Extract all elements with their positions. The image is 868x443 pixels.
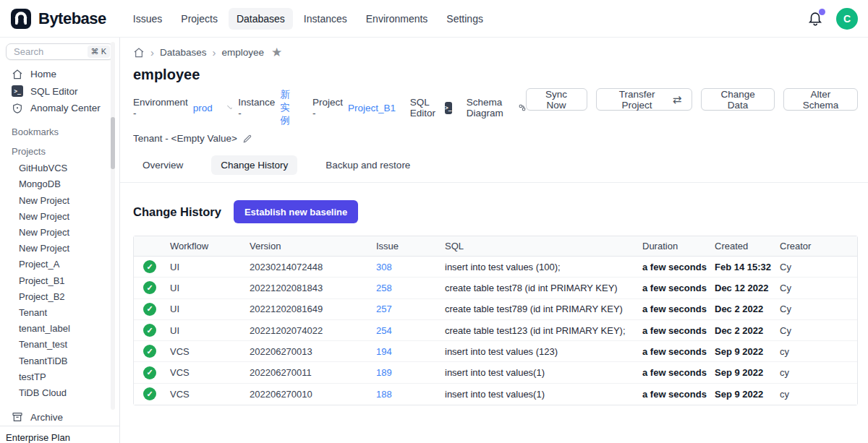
edit-pencil-icon[interactable] — [242, 134, 252, 144]
tab[interactable]: Backup and restore — [316, 155, 420, 175]
issue-link[interactable]: 258 — [376, 283, 445, 293]
shield-icon — [12, 103, 23, 114]
nav-item[interactable]: Databases — [229, 8, 293, 30]
transfer-project-button[interactable]: Transfer Project ⇄ — [596, 88, 693, 111]
brand[interactable]: Bytebase — [10, 8, 106, 30]
sidebar: ⌘ K Home >_ SQL Editor Anomaly Center Bo… — [0, 38, 120, 443]
cell-workflow: UI — [170, 262, 250, 272]
transfer-arrows-icon: ⇄ — [673, 94, 682, 105]
meta-line-1: Environment - prod Instance - 新实例 Projec… — [133, 88, 526, 127]
sql-editor-icon[interactable]: >_ — [445, 102, 453, 114]
table-row[interactable]: ✓ VCS 202206270010 188 insert into test … — [134, 384, 857, 405]
sync-now-button[interactable]: Sync Now — [526, 88, 587, 111]
favorite-star-icon[interactable]: ★ — [271, 46, 282, 59]
breadcrumb: › Databases › employee ★ — [133, 38, 858, 59]
tenant-label: Tenant - <Empty Value> — [133, 133, 237, 144]
nav-item[interactable]: Settings — [438, 8, 491, 30]
sidebar-project-item[interactable]: TiDB Cloud — [0, 384, 119, 400]
sidebar-scrollbar-thumb[interactable] — [111, 117, 115, 169]
sidebar-project-item[interactable]: New Project — [0, 192, 119, 208]
search-box[interactable]: ⌘ K — [6, 43, 114, 60]
breadcrumb-databases[interactable]: Databases — [160, 47, 207, 58]
issue-link[interactable]: 308 — [376, 262, 445, 272]
breadcrumb-home-icon[interactable] — [133, 47, 145, 59]
sidebar-item-label: SQL Editor — [30, 86, 78, 97]
cell-created: Dec 2 2022 — [715, 325, 780, 336]
environment-link[interactable]: prod — [193, 103, 213, 113]
success-check-icon: ✓ — [143, 260, 156, 273]
sidebar-project-item[interactable]: MongoDB — [0, 176, 119, 192]
nav-item-label: Settings — [446, 13, 483, 25]
sidebar-item-archive[interactable]: Archive — [0, 409, 119, 426]
sidebar-project-item[interactable]: testTP — [0, 369, 119, 384]
sidebar-item-label: Anomaly Center — [30, 103, 101, 113]
table-row[interactable]: ✓ UI 20230214072448 308 insert into test… — [134, 257, 857, 278]
cell-creator: cy — [780, 346, 857, 357]
projects-list: GitHubVCS MongoDB New Project New Projec… — [0, 160, 119, 401]
issue-link[interactable]: 257 — [376, 304, 445, 314]
nav-item[interactable]: Environments — [358, 8, 436, 30]
search-input[interactable] — [12, 46, 88, 58]
cell-created: Sep 9 2022 — [715, 389, 780, 400]
nav-item[interactable]: Projects — [173, 8, 226, 30]
issue-link[interactable]: 254 — [376, 325, 445, 336]
table-row[interactable]: ✓ UI 20221202081843 258 create table tes… — [134, 278, 857, 298]
avatar[interactable]: C — [836, 8, 858, 30]
nav-item-label: Issues — [133, 13, 162, 25]
success-check-icon: ✓ — [143, 281, 156, 294]
tab[interactable]: Change History — [211, 155, 297, 175]
meta-column: Environment - prod Instance - 新实例 Projec… — [133, 88, 526, 144]
sidebar-project-item[interactable]: Tenant — [0, 304, 119, 320]
sidebar-project-item[interactable]: New Project — [0, 224, 119, 240]
nav-item[interactable]: Issues — [125, 8, 170, 30]
cell-creator: Cy — [780, 283, 857, 293]
cell-duration: a few seconds — [642, 367, 715, 378]
sidebar-item-sql-editor[interactable]: >_ SQL Editor — [0, 82, 119, 100]
nav-item[interactable]: Instances — [296, 8, 355, 30]
sidebar-project-item[interactable]: Project_B1 — [0, 272, 119, 288]
chevron-right-icon: › — [150, 47, 154, 58]
sidebar-project-item[interactable]: New Project — [0, 208, 119, 224]
cell-version: 20221202081843 — [250, 283, 376, 293]
notifications-button[interactable] — [807, 10, 825, 27]
sidebar-project-item[interactable]: Project_A — [0, 257, 119, 272]
sidebar-project-item[interactable]: Project_B2 — [0, 288, 119, 304]
header-actions: Sync Now Transfer Project ⇄ Change Data … — [526, 88, 858, 111]
change-data-button[interactable]: Change Data — [701, 88, 775, 111]
page-header: Environment - prod Instance - 新实例 Projec… — [133, 88, 858, 144]
issue-link[interactable]: 189 — [376, 367, 445, 378]
alter-schema-button[interactable]: Alter Schema — [783, 88, 858, 111]
sidebar-project-item[interactable]: GitHubVCS — [0, 160, 119, 176]
table-row[interactable]: ✓ UI 20221202081649 257 create table tes… — [134, 299, 857, 320]
sidebar-project-item[interactable]: Tenant_test — [0, 337, 119, 353]
sidebar-item-anomaly-center[interactable]: Anomaly Center — [0, 100, 119, 117]
column-header: Version — [250, 241, 376, 251]
issue-link[interactable]: 194 — [376, 346, 445, 357]
establish-baseline-button[interactable]: Establish new baseline — [234, 200, 358, 223]
project-label: Project - — [312, 97, 343, 119]
sidebar-item-home[interactable]: Home — [0, 66, 119, 83]
sidebar-project-item[interactable]: TenantTiDB — [0, 353, 119, 369]
instance-label: Instance - — [238, 97, 275, 119]
column-header: Workflow — [170, 241, 250, 251]
cell-version: 20221202074022 — [250, 325, 376, 336]
instance-link[interactable]: 新实例 — [280, 88, 298, 127]
breadcrumb-employee[interactable]: employee — [222, 47, 265, 58]
schema-diagram-icon[interactable] — [519, 102, 526, 113]
tab[interactable]: Overview — [133, 155, 192, 175]
table-row[interactable]: ✓ VCS 202206270011 189 insert into test … — [134, 362, 857, 383]
plan-label: Enterprise Plan — [0, 426, 119, 443]
column-header: Creator — [780, 241, 857, 251]
sidebar-project-item[interactable]: tenant_label — [0, 321, 119, 337]
engine-icon — [226, 103, 233, 113]
project-link[interactable]: Project_B1 — [348, 103, 396, 113]
issue-link[interactable]: 188 — [376, 389, 445, 400]
table-header-row: Workflow Version Issue SQL Duration Crea… — [134, 236, 857, 257]
cell-duration: a few seconds — [642, 283, 715, 293]
sidebar-project-item[interactable]: New Project — [0, 241, 119, 257]
table-row[interactable]: ✓ UI 20221202074022 254 create table tes… — [134, 320, 857, 341]
nav-item-label: Environments — [366, 13, 428, 25]
tab-bar: Overview Change History Backup and resto… — [120, 155, 868, 183]
sidebar-scrollbar-track[interactable] — [111, 42, 115, 410]
table-row[interactable]: ✓ VCS 202206270013 194 insert into test … — [134, 341, 857, 362]
